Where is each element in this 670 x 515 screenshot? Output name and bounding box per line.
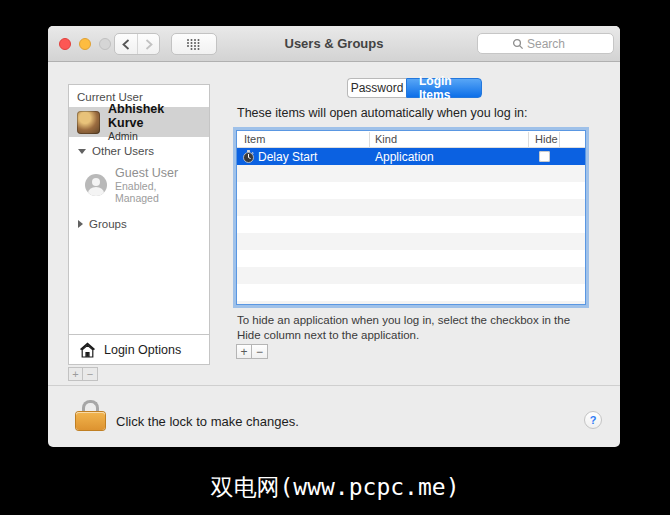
empty-table-rows — [237, 165, 585, 304]
login-options-label: Login Options — [104, 343, 181, 357]
lock-message: Click the lock to make changes. — [116, 414, 299, 429]
login-options-button[interactable]: Login Options — [69, 334, 209, 364]
tab-bar: Password Login Items — [347, 78, 482, 98]
search-icon — [512, 38, 524, 50]
guest-user-name: Guest User — [115, 166, 201, 180]
hide-hint-text: To hide an application when you log in, … — [237, 313, 589, 343]
disclosure-closed-icon — [78, 220, 83, 228]
user-list-sidebar: Current User Abhishek Kurve Admin Other … — [68, 84, 210, 365]
column-divider — [528, 132, 529, 147]
login-items-heading: These items will open automatically when… — [237, 106, 527, 120]
remove-user-button[interactable]: − — [83, 367, 98, 381]
table-row-delay-start[interactable]: Delay Start Application — [237, 148, 585, 165]
row-item-name: Delay Start — [258, 150, 317, 164]
tab-login-items[interactable]: Login Items — [406, 78, 482, 98]
sidebar-item-current-user[interactable]: Abhishek Kurve Admin — [69, 107, 209, 137]
login-items-table: Item Kind Hide Delay Start Application — [236, 130, 586, 305]
column-header-hide[interactable]: Hide — [535, 133, 558, 145]
title-bar: Users & Groups — [48, 26, 620, 62]
help-button[interactable]: ? — [584, 411, 602, 429]
sidebar-add-remove-controls: + − — [68, 367, 98, 381]
watermark-text: 双电网(www.pcpc.me) — [0, 472, 670, 503]
other-users-label: Other Users — [92, 145, 154, 157]
hide-checkbox[interactable] — [539, 151, 550, 162]
stopwatch-icon — [242, 150, 255, 163]
home-icon — [79, 342, 96, 358]
add-user-button[interactable]: + — [68, 367, 83, 381]
tab-password[interactable]: Password — [347, 78, 406, 98]
groups-label: Groups — [89, 218, 127, 230]
search-input[interactable] — [527, 37, 579, 51]
remove-login-item-button[interactable]: − — [252, 344, 268, 359]
user-avatar — [77, 111, 100, 134]
current-user-role: Admin — [108, 130, 201, 142]
table-header: Item Kind Hide — [237, 131, 585, 148]
users-groups-window: Users & Groups Current User Abhishek Kur… — [48, 26, 620, 447]
groups-section-header[interactable]: Groups — [69, 210, 209, 234]
guest-user-status: Enabled, Managed — [115, 180, 201, 204]
column-divider — [559, 132, 560, 147]
column-header-item[interactable]: Item — [244, 133, 265, 145]
lock-button[interactable] — [76, 400, 106, 430]
column-header-kind[interactable]: Kind — [375, 133, 397, 145]
add-login-item-button[interactable]: + — [236, 344, 252, 359]
disclosure-open-icon — [78, 149, 86, 154]
current-user-name: Abhishek Kurve — [108, 102, 201, 131]
guest-avatar-icon — [85, 174, 107, 196]
row-item-kind: Application — [375, 150, 434, 164]
sidebar-item-guest-user[interactable]: Guest User Enabled, Managed — [69, 161, 209, 210]
search-field[interactable] — [477, 33, 614, 54]
footer-divider — [48, 385, 620, 386]
column-divider — [369, 132, 370, 147]
login-items-add-remove-controls: + − — [236, 344, 268, 359]
